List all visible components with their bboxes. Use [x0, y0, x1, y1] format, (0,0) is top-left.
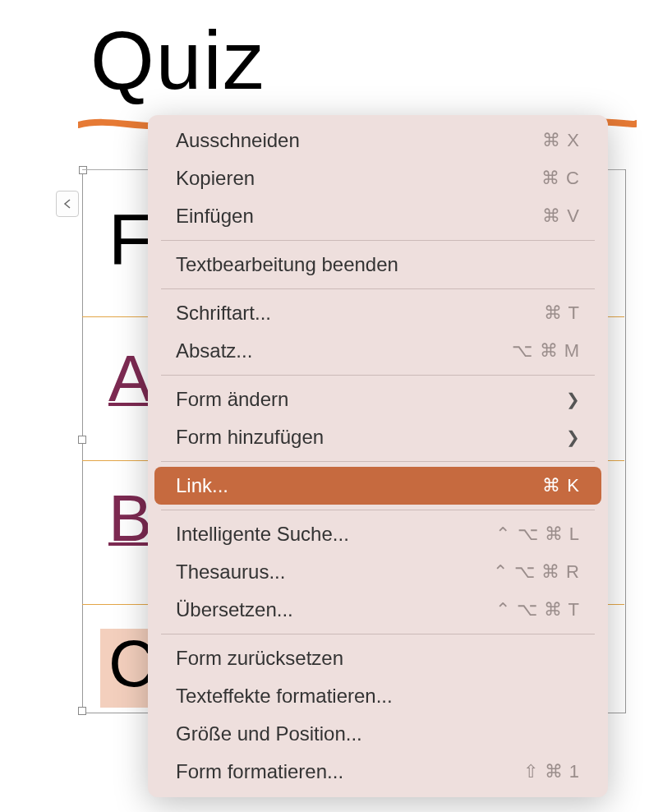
- menu-end-text-editing[interactable]: Textbearbeitung beenden: [154, 246, 601, 284]
- menu-label: Link...: [176, 474, 228, 497]
- overflow-indicator[interactable]: [56, 191, 79, 217]
- shortcut: ⌃ ⌥ ⌘ L: [495, 524, 580, 545]
- shortcut: ⌃ ⌥ ⌘ T: [495, 599, 580, 621]
- menu-smart-lookup[interactable]: Intelligente Suche...⌃ ⌥ ⌘ L: [154, 515, 601, 553]
- menu-label: Form formatieren...: [176, 760, 343, 783]
- menu-label: Ausschneiden: [176, 129, 300, 152]
- menu-label: Textbearbeitung beenden: [176, 253, 398, 276]
- shortcut: ⌘ X: [542, 130, 580, 151]
- question-letter: F: [108, 197, 153, 281]
- menu-paste[interactable]: Einfügen⌘ V: [154, 197, 601, 235]
- shortcut: ⌘ V: [542, 205, 580, 227]
- shortcut: ⇧ ⌘ 1: [523, 761, 580, 782]
- menu-label: Kopieren: [176, 167, 255, 190]
- chevron-right-icon: ❯: [566, 427, 580, 447]
- menu-change-shape[interactable]: Form ändern❯: [154, 381, 601, 418]
- menu-copy[interactable]: Kopieren⌘ C: [154, 159, 601, 197]
- page-title: Quiz: [90, 13, 266, 108]
- shortcut: ⌥ ⌘ M: [512, 340, 580, 362]
- chevron-right-icon: ❯: [566, 390, 580, 409]
- shortcut: ⌘ T: [544, 302, 580, 324]
- resize-handle[interactable]: [78, 436, 86, 444]
- menu-translate[interactable]: Übersetzen...⌃ ⌥ ⌘ T: [154, 591, 601, 629]
- menu-link[interactable]: Link...⌘ K: [154, 467, 601, 505]
- menu-font[interactable]: Schriftart...⌘ T: [154, 294, 601, 332]
- menu-format-shape[interactable]: Form formatieren...⇧ ⌘ 1: [154, 753, 601, 791]
- menu-label: Schriftart...: [176, 302, 271, 325]
- menu-separator: [161, 288, 595, 289]
- menu-label: Texteffekte formatieren...: [176, 685, 393, 708]
- menu-separator: [161, 375, 595, 376]
- menu-format-text-effects[interactable]: Texteffekte formatieren...: [154, 677, 601, 715]
- menu-add-shape[interactable]: Form hinzufügen❯: [154, 418, 601, 456]
- resize-handle[interactable]: [78, 707, 86, 715]
- menu-label: Form ändern: [176, 388, 288, 411]
- menu-label: Größe und Position...: [176, 722, 362, 745]
- shortcut: ⌃ ⌥ ⌘ R: [493, 561, 580, 583]
- menu-paragraph[interactable]: Absatz...⌥ ⌘ M: [154, 332, 601, 370]
- menu-label: Einfügen: [176, 205, 254, 228]
- menu-separator: [161, 634, 595, 634]
- menu-size-position[interactable]: Größe und Position...: [154, 715, 601, 753]
- menu-label: Absatz...: [176, 339, 252, 362]
- menu-label: Form zurücksetzen: [176, 647, 343, 670]
- menu-reset-shape[interactable]: Form zurücksetzen: [154, 639, 601, 677]
- menu-separator: [161, 240, 595, 241]
- answer-a[interactable]: A: [108, 341, 152, 417]
- menu-label: Form hinzufügen: [176, 426, 324, 449]
- menu-cut[interactable]: Ausschneiden⌘ X: [154, 122, 601, 159]
- menu-separator: [161, 510, 595, 510]
- menu-label: Übersetzen...: [176, 598, 293, 621]
- menu-separator: [161, 461, 595, 462]
- answer-b[interactable]: B: [108, 481, 152, 556]
- shortcut: ⌘ C: [541, 168, 580, 189]
- menu-label: Thesaurus...: [176, 561, 285, 584]
- context-menu: Ausschneiden⌘ X Kopieren⌘ C Einfügen⌘ V …: [148, 115, 608, 797]
- shortcut: ⌘ K: [542, 475, 580, 496]
- menu-thesaurus[interactable]: Thesaurus...⌃ ⌥ ⌘ R: [154, 553, 601, 591]
- menu-label: Intelligente Suche...: [176, 523, 349, 546]
